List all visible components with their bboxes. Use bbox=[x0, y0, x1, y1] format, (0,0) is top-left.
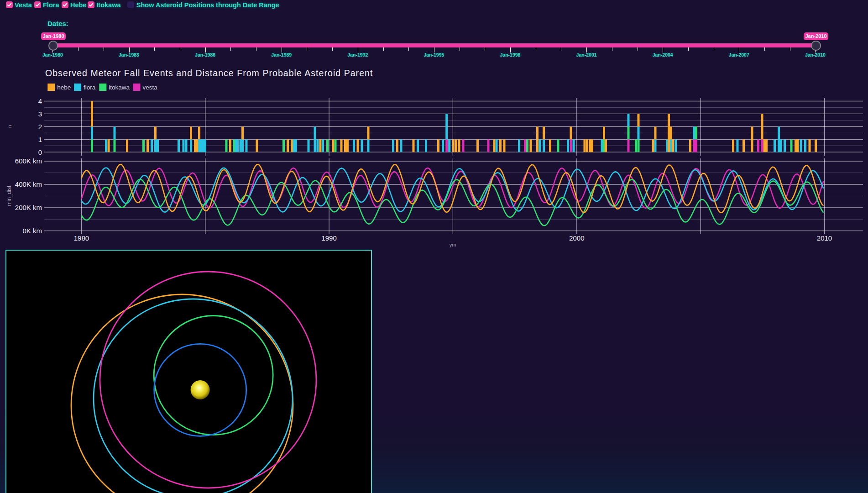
svg-text:0: 0 bbox=[38, 148, 42, 156]
svg-text:0K km: 0K km bbox=[22, 227, 42, 235]
svg-text:2010: 2010 bbox=[817, 234, 832, 242]
svg-text:itokawa: itokawa bbox=[109, 84, 130, 91]
svg-text:1990: 1990 bbox=[321, 234, 336, 242]
svg-text:n: n bbox=[7, 125, 12, 128]
svg-text:min_dist: min_dist bbox=[6, 185, 12, 206]
svg-text:vesta: vesta bbox=[143, 84, 158, 91]
svg-text:flora: flora bbox=[84, 84, 96, 91]
svg-text:1980: 1980 bbox=[74, 234, 89, 242]
svg-text:3: 3 bbox=[38, 110, 42, 118]
svg-text:4: 4 bbox=[38, 97, 42, 105]
svg-text:ym: ym bbox=[450, 242, 456, 247]
svg-text:600K km: 600K km bbox=[15, 157, 42, 165]
svg-text:hebe: hebe bbox=[57, 84, 71, 91]
svg-text:200K km: 200K km bbox=[15, 204, 42, 211]
svg-text:2: 2 bbox=[38, 123, 42, 131]
svg-text:Observed Meteor Fall Events an: Observed Meteor Fall Events and Distance… bbox=[45, 68, 373, 78]
svg-text:400K km: 400K km bbox=[15, 180, 42, 188]
svg-text:2000: 2000 bbox=[569, 234, 584, 242]
svg-text:1: 1 bbox=[38, 136, 42, 143]
